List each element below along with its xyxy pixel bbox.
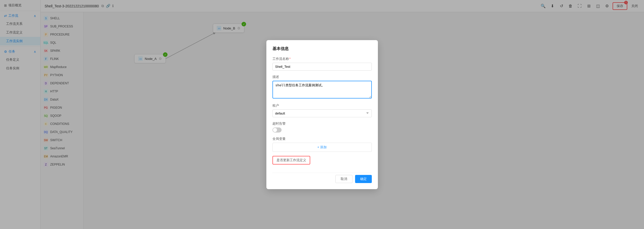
- modal-basic-info: 基本信息 工作流名称 * 描述 shell类型任务工作流案例测试。 租户 def…: [266, 40, 378, 189]
- toggle-knob: [273, 128, 277, 132]
- add-var-button[interactable]: + 添加: [272, 143, 372, 152]
- description-label: 描述: [272, 75, 372, 79]
- update-workflow-button[interactable]: 是否更新工作流定义: [272, 156, 310, 165]
- timeout-label: 超时告警: [272, 121, 372, 126]
- modal-overlay: 基本信息 工作流名称 * 描述 shell类型任务工作流案例测试。 租户 def…: [0, 0, 644, 229]
- modal-title: 基本信息: [272, 46, 372, 52]
- cancel-button[interactable]: 取消: [335, 175, 353, 183]
- global-var-label: 全局变量: [272, 137, 372, 141]
- workflow-name-input[interactable]: [272, 63, 372, 71]
- ok-button[interactable]: 确定: [355, 175, 372, 183]
- timeout-toggle-row: [272, 127, 372, 133]
- form-description: 描述 shell类型任务工作流案例测试。: [272, 75, 372, 99]
- modal-footer: 取消 确定: [272, 173, 372, 183]
- timeout-toggle[interactable]: [272, 127, 282, 133]
- update-workflow-row: 是否更新工作流定义: [272, 156, 372, 169]
- form-workflow-name: 工作流名称 *: [272, 57, 372, 71]
- tenant-label: 租户: [272, 103, 372, 108]
- form-global-var: 全局变量 + 添加: [272, 137, 372, 152]
- form-timeout: 超时告警: [272, 121, 372, 133]
- description-textarea[interactable]: shell类型任务工作流案例测试。: [272, 81, 372, 99]
- required-mark: *: [289, 57, 291, 61]
- tenant-select[interactable]: default: [272, 109, 372, 117]
- workflow-name-label: 工作流名称 *: [272, 57, 372, 61]
- form-tenant: 租户 default: [272, 103, 372, 117]
